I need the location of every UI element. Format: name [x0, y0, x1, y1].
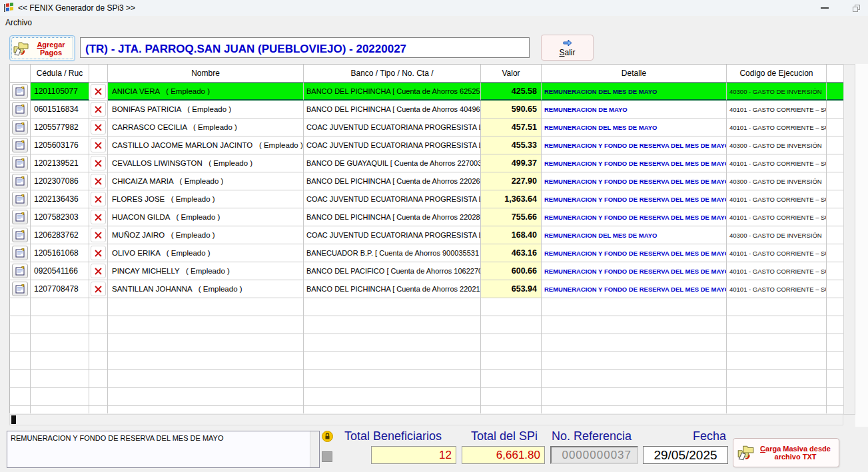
- empty-table-row[interactable]: [10, 298, 843, 316]
- edit-row-button[interactable]: [12, 84, 28, 99]
- delete-row-button[interactable]: [91, 228, 106, 242]
- cell-nombre: CASTILLO JACOME MARLON JACINTO ( Emplead…: [108, 136, 304, 154]
- table-row[interactable]: 1202307086 CHICAIZA MARIA ( Empleado ) B…: [10, 172, 843, 190]
- payments-table: Cédula / Ruc Nombre Banco / Tipo / No. C…: [9, 64, 843, 413]
- lock-icon[interactable]: [322, 431, 333, 442]
- cell-detalle: REMUNERACION DE MAYO: [542, 101, 727, 118]
- delete-x-icon: [94, 267, 103, 276]
- restore-icon: [853, 5, 860, 12]
- edit-row-button[interactable]: [12, 120, 28, 134]
- total-spi-field[interactable]: 6,661.80: [462, 446, 545, 464]
- edit-form-icon: [15, 284, 25, 294]
- cell-cedula: 1202139521: [31, 154, 89, 172]
- cell-valor: 1,363.64: [481, 190, 542, 208]
- delete-row-button[interactable]: [91, 138, 106, 152]
- delete-x-icon: [94, 105, 103, 114]
- cell-stub: [827, 244, 843, 262]
- cell-banco: BANCO DEL PICHINCHA [ Cuenta de Ahorros …: [304, 208, 481, 226]
- gray-square-button[interactable]: [322, 451, 332, 462]
- cell-detalle: REMUNERACION Y FONDO DE RESERVA DEL MES …: [542, 136, 727, 154]
- empty-table-row[interactable]: [10, 352, 843, 370]
- cell-detalle: REMUNERACION Y FONDO DE RESERVA DEL MES …: [542, 262, 727, 280]
- table-row[interactable]: 1202136436 FLORES JOSE ( Empleado ) COAC…: [10, 190, 843, 208]
- empty-table-row[interactable]: [10, 316, 843, 334]
- delete-row-button[interactable]: [91, 282, 106, 296]
- vertical-scrollbar[interactable]: [843, 64, 855, 415]
- entity-title-field[interactable]: [80, 37, 530, 58]
- total-spi-value: 6,661.80: [496, 449, 540, 462]
- cell-banco: BANECUADOR B.P. [ Cuenta de Ahorros 9000…: [304, 244, 481, 262]
- edit-row-button[interactable]: [12, 282, 28, 296]
- cell-codigo: 40101 - GASTO CORRIENTE – SUELDOS: [727, 190, 827, 208]
- restore-button[interactable]: [851, 3, 861, 13]
- delete-row-button[interactable]: [91, 102, 106, 117]
- edit-row-button[interactable]: [12, 210, 28, 224]
- empty-table-row[interactable]: [10, 370, 843, 388]
- horizontal-scrollbar[interactable]: [9, 414, 843, 425]
- table-row[interactable]: 1201105077 ANICIA VERA ( Empleado ) BANC…: [10, 83, 843, 101]
- delete-row-button[interactable]: [91, 120, 106, 134]
- table-row[interactable]: 1207708478 SANTILLAN JOHANNA ( Empleado …: [10, 280, 843, 298]
- salir-label: Salir: [559, 48, 575, 57]
- table-row[interactable]: 1205577982 CARRASCO CECILIA ( Empleado )…: [10, 118, 843, 136]
- cell-cedula: 1206283762: [31, 226, 89, 244]
- delete-row-button[interactable]: [91, 156, 106, 170]
- cell-valor: 755.66: [481, 208, 542, 226]
- menu-archivo[interactable]: Archivo: [0, 16, 37, 29]
- cell-nombre: MUÑOZ JAIRO ( Empleado ): [108, 226, 304, 244]
- delete-row-button[interactable]: [91, 192, 106, 206]
- header-delete-col: [89, 65, 108, 83]
- cell-stub: [827, 280, 843, 298]
- fecha-field[interactable]: 29/05/2025: [643, 446, 728, 464]
- cell-codigo: 40101 - GASTO CORRIENTE – SUELDOS: [727, 118, 827, 136]
- edit-form-icon: [15, 122, 25, 132]
- table-row[interactable]: 0601516834 BONIFAS PATRICIA ( Empleado )…: [10, 101, 843, 118]
- edit-row-button[interactable]: [12, 138, 28, 152]
- cell-nombre: ANICIA VERA ( Empleado ): [108, 83, 304, 101]
- empty-table-row[interactable]: [10, 388, 843, 406]
- cell-banco: BANCO DEL PICHINCHA [ Cuenta de Ahorros …: [304, 172, 481, 190]
- delete-row-button[interactable]: [91, 264, 106, 278]
- carga-masiva-button[interactable]: Carga Masiva desdearchivo TXT: [733, 438, 839, 467]
- salir-button[interactable]: Salir: [541, 35, 594, 61]
- edit-row-button[interactable]: [12, 192, 28, 206]
- table-row[interactable]: 1207582303 HUACON GILDA ( Empleado ) BAN…: [10, 208, 843, 226]
- cell-detalle: REMUNERACION DEL MES DE MAYO: [542, 118, 727, 136]
- minimize-button[interactable]: [818, 5, 831, 11]
- delete-row-button[interactable]: [91, 246, 106, 260]
- detalle-textbox[interactable]: REMUNERACION Y FONDO DE RESERVA DEL MES …: [7, 431, 320, 468]
- delete-row-button[interactable]: [91, 174, 106, 188]
- edit-row-button[interactable]: [12, 264, 28, 278]
- total-beneficiarios-field[interactable]: 12: [371, 446, 456, 464]
- header-valor: Valor: [481, 65, 542, 83]
- edit-row-button[interactable]: [12, 102, 28, 117]
- edit-row-button[interactable]: [12, 246, 28, 260]
- edit-row-button[interactable]: [12, 174, 28, 188]
- cell-cedula: 1207708478: [31, 280, 89, 298]
- cell-codigo: 40300 - GASTO DE INVERSIÓN: [727, 226, 827, 244]
- cell-nombre: HUACON GILDA ( Empleado ): [108, 208, 304, 226]
- app-logo-icon: [3, 3, 14, 13]
- add-payments-folders-icon: [12, 41, 29, 57]
- table-row[interactable]: 0920541166 PINCAY MICHELLY ( Empleado ) …: [10, 262, 843, 280]
- empty-table-row[interactable]: [10, 334, 843, 352]
- horizontal-scrollbar-thumb[interactable]: [11, 415, 16, 424]
- edit-form-icon: [15, 248, 25, 258]
- delete-row-button[interactable]: [91, 84, 106, 99]
- detalle-scrollbar[interactable]: [310, 431, 319, 467]
- edit-row-button[interactable]: [12, 156, 28, 170]
- cell-valor: 653.94: [481, 280, 542, 298]
- table-row[interactable]: 1205161068 OLIVO ERIKA ( Empleado ) BANE…: [10, 244, 843, 262]
- delete-x-icon: [94, 285, 103, 294]
- table-row[interactable]: 1206283762 MUÑOZ JAIRO ( Empleado ) COAC…: [10, 226, 843, 244]
- delete-row-button[interactable]: [91, 210, 106, 224]
- edit-row-button[interactable]: [12, 228, 28, 242]
- table-row[interactable]: 1205603176 CASTILLO JACOME MARLON JACINT…: [10, 136, 843, 154]
- empty-table-row[interactable]: [10, 406, 843, 413]
- table-row[interactable]: 1202139521 CEVALLOS LIWINSGTON ( Emplead…: [10, 154, 843, 172]
- cell-stub: [827, 208, 843, 226]
- agregar-pagos-button[interactable]: AgregarPagos: [9, 35, 75, 61]
- cell-nombre: SANTILLAN JOHANNA ( Empleado ): [108, 280, 304, 298]
- cell-banco: COAC JUVENTUD ECUATORIANA PROGRESISTA LT…: [304, 190, 481, 208]
- cell-stub: [827, 262, 843, 280]
